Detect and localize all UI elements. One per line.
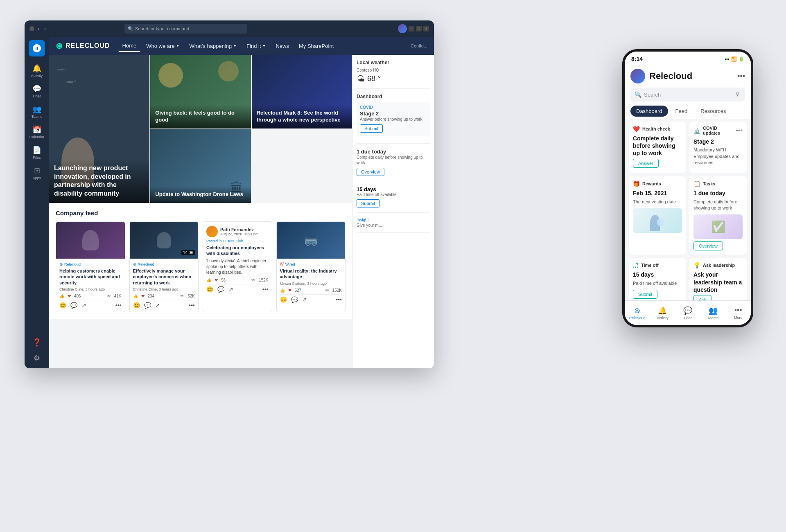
dash-card-timeoff[interactable]: 🏖 Time off 15 days Paid time off availab… <box>629 258 686 300</box>
hero-item-1[interactable]: Giving back: it feels good to do good <box>150 55 251 128</box>
dash-card-health-check[interactable]: ❤️ Health check Complete daily before sh… <box>629 122 686 173</box>
nav-find-it[interactable]: Find it ▼ <box>242 41 270 52</box>
more-action-1[interactable]: ••• <box>189 302 195 309</box>
health-icon: ❤️ <box>633 126 640 132</box>
comment-action-2[interactable]: 💬 <box>217 286 224 293</box>
feed-time-1: 3 hours ago <box>159 287 178 291</box>
timeoff-submit-button[interactable]: Submit <box>633 290 657 299</box>
sidebar-item-calendar[interactable]: 📅 Calendar <box>26 123 47 142</box>
sidebar-item-activity[interactable]: 🔔 Activity <box>26 61 47 80</box>
comment-action-0[interactable]: 💬 <box>70 302 77 309</box>
emoji-action-0[interactable]: 😊 <box>59 302 66 309</box>
tasks-sub: Complete daily before showing up to work <box>693 199 743 212</box>
bottom-chat-label: Chat <box>684 316 691 320</box>
dash-card-rewards[interactable]: 🎁 Rewards Feb 15, 2021 The next vesting … <box>629 176 686 255</box>
share-action-0[interactable]: ↗ <box>81 302 86 309</box>
rs-timeoff-days: 15 days <box>357 186 430 192</box>
ask-leadership-button[interactable]: Ask <box>693 295 711 300</box>
sidebar-item-settings[interactable]: ⚙ <box>26 351 47 365</box>
bottom-nav-more[interactable]: ••• More <box>725 304 751 322</box>
titlebar-search[interactable]: 🔍 Search or type a command <box>124 24 247 34</box>
sidebar-item-apps[interactable]: ⊞ Apps <box>26 164 47 183</box>
mobile-more-button[interactable]: ••• <box>737 72 745 81</box>
minimize-button[interactable]: − <box>409 26 414 32</box>
sidebar-item-teams[interactable]: 👥 Teams <box>26 102 47 121</box>
covid-more-button[interactable]: ••• <box>736 127 743 134</box>
right-sidebar: Local weather Contoso HQ 🌤 68° Dashboard… <box>352 55 434 368</box>
comment-action-1[interactable]: 💬 <box>144 302 151 309</box>
hero-item-2[interactable]: Relecloud Mark 8: See the world through … <box>252 55 352 128</box>
feed-card-2-stats: 👍 ❤ 98 👁 152K <box>206 278 269 282</box>
bottom-nav-relecloud[interactable]: ⊛ Relecloud <box>625 304 650 322</box>
bottom-nav-chat[interactable]: 💬 Chat <box>675 304 700 322</box>
dash-card-ask-leadership[interactable]: 💡 Ask leadership Ask your leadership tea… <box>689 258 747 300</box>
feed-card-3[interactable]: 🥽 W Wired Virtual reality: the industry … <box>276 221 346 312</box>
feed-likes-2: 98 <box>221 278 226 282</box>
close-button[interactable]: ✕ <box>423 26 429 32</box>
feed-card-1-actions: 😊 💬 ↗ ••• <box>133 300 195 309</box>
mobile-search-icon: 🔍 <box>635 91 641 98</box>
thumb-icon-0: 👍 <box>59 294 64 298</box>
source-icon-0: ⊛ <box>59 262 63 266</box>
nav-who-we-are-label: Who we are <box>146 43 174 49</box>
feed-card-2[interactable]: Patti Fernandez Aug 27, 2020. 12:30pm Po… <box>203 221 272 312</box>
rs-timeoff-submit-button[interactable]: Submit <box>357 199 379 207</box>
nav-who-we-are[interactable]: Who we are ▼ <box>142 41 183 52</box>
user-avatar[interactable] <box>398 24 407 33</box>
bottom-teams-label: Teams <box>707 316 718 320</box>
dash-card-covid[interactable]: 🔬 COVID updates ••• Stage 2 Mandatory WF… <box>689 122 747 173</box>
tasks-label: Tasks <box>703 181 715 186</box>
more-action-2[interactable]: ••• <box>262 286 269 293</box>
nav-home[interactable]: Home <box>118 40 141 52</box>
rs-tasks-overview-button[interactable]: Overview <box>357 168 384 176</box>
nav-news[interactable]: News <box>271 41 293 52</box>
tasks-image: ✅ <box>693 214 743 239</box>
tasks-overview-button[interactable]: Overview <box>693 241 723 250</box>
nav-my-sharepoint[interactable]: My SharePoint <box>295 41 338 52</box>
mobile-tab-resources[interactable]: Resources <box>695 106 732 117</box>
maximize-button[interactable]: □ <box>416 26 422 32</box>
bottom-nav-activity[interactable]: 🔔 Activity <box>650 304 675 322</box>
face-2 <box>218 61 239 81</box>
mobile-tab-feed[interactable]: Feed <box>670 106 693 117</box>
sidebar-item-help[interactable]: ❓ <box>26 336 47 349</box>
leadership-label: Ask leadership <box>703 263 735 268</box>
rs-insight-label: Insight <box>357 218 430 222</box>
more-action-0[interactable]: ••• <box>115 302 122 309</box>
video-duration-1: 14:06 <box>181 250 195 255</box>
comment-action-3[interactable]: 💬 <box>291 296 298 303</box>
mobile-search-bar[interactable]: 🔍 Search 🎙 <box>630 88 745 101</box>
rewards-balloon <box>657 218 665 226</box>
feed-card-0[interactable]: ⊛ Relecloud Helping customers enable rem… <box>56 221 125 312</box>
sidebar-item-chat[interactable]: 💬 Chat <box>26 82 47 101</box>
feed-card-1[interactable]: 14:06 ⊛ Relecloud Effectively manage you… <box>129 221 199 312</box>
title-bar: ‹ › 🔍 Search or type a command − □ ✕ <box>25 20 434 37</box>
more-action-3[interactable]: ••• <box>336 296 342 303</box>
mobile-tab-dashboard[interactable]: Dashboard <box>630 106 668 117</box>
titlebar-dot <box>29 26 34 31</box>
health-check-answer-button[interactable]: Answer <box>633 159 659 168</box>
dash-card-tasks[interactable]: 📋 Tasks 1 due today Complete daily befor… <box>689 176 747 255</box>
forward-arrow[interactable]: › <box>43 25 47 32</box>
mobile-app-avatar[interactable] <box>630 69 645 83</box>
emoji-action-3[interactable]: 😊 <box>280 296 287 303</box>
nav-whats-happening[interactable]: What's happening ▼ <box>185 41 241 52</box>
emoji-action-1[interactable]: 😊 <box>133 302 140 309</box>
share-action-1[interactable]: ↗ <box>155 302 160 309</box>
feed-likes-1: 234 <box>148 294 155 298</box>
emoji-action-2[interactable]: 😊 <box>206 286 213 293</box>
feed-views-2-icon: 👁 <box>251 278 255 282</box>
chevron-down-icon-2: ▼ <box>233 44 237 48</box>
app-logo[interactable] <box>29 40 45 56</box>
hero-item-large[interactable]: menu content Launching new product innov… <box>49 55 149 203</box>
share-action-2[interactable]: ↗ <box>228 286 233 293</box>
rs-covid-submit-button[interactable]: Submit <box>360 124 383 133</box>
share-action-3[interactable]: ↗ <box>302 296 307 303</box>
feed-author-0: Christine Cline <box>59 287 84 291</box>
sidebar-item-files[interactable]: 📄 Files <box>26 143 47 162</box>
thumb-icon-2: 👍 <box>206 278 211 282</box>
hero-item-3[interactable]: 🏛 Update to Washington Drone Laws <box>150 129 251 203</box>
back-arrow[interactable]: ‹ <box>36 25 41 32</box>
mobile-mic-icon[interactable]: 🎙 <box>735 91 741 98</box>
bottom-nav-teams[interactable]: 👥 Teams <box>700 304 726 322</box>
